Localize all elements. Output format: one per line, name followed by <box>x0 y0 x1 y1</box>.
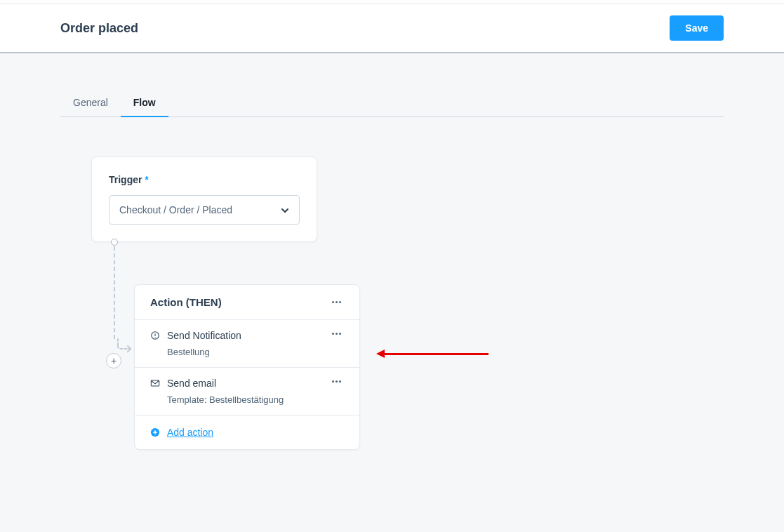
svg-point-2 <box>154 337 155 338</box>
action-card-menu-button[interactable] <box>329 298 344 306</box>
tab-general[interactable]: General <box>60 91 121 117</box>
connector-line <box>114 246 115 339</box>
tab-flow[interactable]: Flow <box>121 91 168 117</box>
connector-dot <box>111 239 118 246</box>
action-card-title: Action (THEN) <box>150 296 222 308</box>
action-item-title: Send email <box>167 378 216 389</box>
add-action-row[interactable]: Add action <box>135 415 359 449</box>
add-node-button[interactable]: + <box>106 353 121 368</box>
action-item-send-email[interactable]: Send email Template: Bestellbestätigung <box>135 368 359 415</box>
tabs: General Flow <box>60 91 724 117</box>
page-title: Order placed <box>60 21 138 36</box>
clock-alert-icon <box>150 331 160 340</box>
action-item-menu-button[interactable] <box>329 330 344 338</box>
flow-canvas: Trigger * Checkout / Order / Placed <box>60 117 724 510</box>
trigger-card: Trigger * Checkout / Order / Placed <box>91 157 317 242</box>
add-action-link[interactable]: Add action <box>167 427 213 438</box>
action-item-subtitle: Bestellung <box>167 347 344 357</box>
trigger-select[interactable]: Checkout / Order / Placed <box>109 195 300 225</box>
action-item-menu-button[interactable] <box>329 378 344 385</box>
page-header: Order placed Save <box>0 4 784 53</box>
action-card: Action (THEN) Se <box>134 284 360 450</box>
plus-circle-icon <box>150 427 160 437</box>
chevron-down-icon <box>281 206 289 214</box>
action-item-subtitle: Template: Bestellbestätigung <box>167 394 344 405</box>
action-item-send-notification[interactable]: Send Notification Bestellung <box>135 320 359 368</box>
mail-icon <box>150 378 160 388</box>
annotation-arrow <box>376 350 489 358</box>
trigger-select-value: Checkout / Order / Placed <box>119 204 232 215</box>
save-button[interactable]: Save <box>670 15 724 41</box>
action-card-header: Action (THEN) <box>135 285 359 320</box>
action-item-title: Send Notification <box>167 330 241 341</box>
trigger-label: Trigger * <box>109 174 300 185</box>
